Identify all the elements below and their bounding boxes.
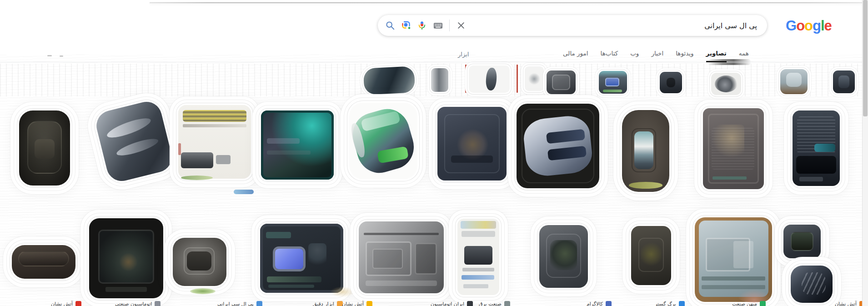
search-bar[interactable] [378,15,767,36]
site-name: میهن صنعت [732,301,757,306]
thumb-strip-scribble-detail [528,73,540,85]
image-result-light-modules-detail [462,275,494,280]
search-input[interactable] [471,21,767,30]
site-name: صنعت برق [479,301,502,306]
tab-videos[interactable]: ویدئوها [676,50,693,62]
result-caption[interactable]: میهن صنعت [732,301,766,306]
image-result-teal-hmi-detail [267,138,300,144]
image-result-light-modules-detail [463,284,488,288]
image-result-brown-bar-detail [18,251,69,266]
site-favicon [606,301,612,306]
image-result-light-modules-detail [462,231,495,237]
tools-link[interactable]: ابزار [458,51,469,58]
logo-letter: l [821,18,824,34]
image-result-brown-vertical-detail [634,131,653,169]
image-result-black-silver-card[interactable] [517,104,599,188]
image-result-brown-bar[interactable] [12,245,75,279]
image-result-dark-tower-detail [35,139,55,159]
tab-all[interactable]: همه [739,50,749,62]
image-result-light-modules[interactable] [457,219,499,295]
site-name: آتش نشان [51,301,73,306]
image-result-gray-small[interactable] [173,238,226,286]
result-caption[interactable]: برگ گستر [655,301,685,306]
google-images-results-page: آتش نشاناتوماسیون صنعتیپی ال سی ایرانیاب… [0,0,868,306]
image-result-blue-rect-hmi[interactable] [260,224,343,293]
thumb-strip-teal-screen-detail [603,90,622,92]
google-logo[interactable]: Google [786,19,832,33]
tab-finance[interactable]: امور مالی [563,50,588,62]
thumb-strip-wedge[interactable] [363,66,416,95]
logo-letter: G [786,18,796,34]
scrollbar-thumb[interactable] [863,0,868,116]
result-caption[interactable]: آتش نشان [51,301,81,306]
image-result-dark-olive[interactable] [631,226,671,285]
blue-streak [234,190,254,194]
result-caption[interactable]: پی ال سی ایرانی [217,301,262,306]
image-result-glossy-wedge[interactable] [791,266,833,303]
keyboard-icon[interactable] [432,20,444,31]
scrollbar[interactable] [862,0,868,306]
tab-images[interactable]: تصاویر [706,50,727,62]
result-caption[interactable]: آتش نشان [342,301,372,306]
thumb-strip-scribble[interactable] [525,66,544,91]
image-result-white-modules[interactable] [178,105,251,179]
tab-web[interactable]: وب [630,50,639,62]
image-result-gray-wide-panel[interactable] [359,221,444,293]
lens-icon[interactable] [400,20,412,31]
image-result-gray-wide-panel-detail [415,243,437,275]
mic-icon[interactable] [416,20,428,31]
site-name: ابزار دقیق [313,301,334,306]
result-caption[interactable]: ابزار دقیق [313,301,343,306]
thumb-strip-teal-screen[interactable] [599,71,627,94]
thumb-strip-navy-right[interactable] [833,70,855,93]
search-icon[interactable] [384,20,396,31]
image-result-taupe-panel[interactable] [703,108,764,189]
result-caption[interactable]: آتش نشان [835,301,865,306]
site-name: اتوماسیون صنعتی [115,301,152,306]
red-stroke-left [465,65,467,93]
image-result-gray-wide-panel-detail [372,249,403,269]
image-result-blue-rect-hmi-detail [267,276,322,283]
image-result-teal-hmi[interactable] [261,110,334,180]
thumb-strip-dark-square[interactable] [547,70,576,94]
result-caption[interactable]: ایران اتوماسیون [431,301,473,306]
image-result-dark-tower[interactable] [19,110,70,186]
result-caption[interactable]: اتوماسیون صنعتی [115,301,161,306]
image-result-navy-square[interactable] [437,107,507,181]
site-favicon [504,301,510,306]
image-result-gray-small-detail [187,251,211,271]
image-result-white-modules-detail [183,124,247,127]
thumb-strip-steel[interactable] [780,69,808,94]
image-result-blue-rect-hmi-detail [308,243,326,267]
image-result-brown-vertical[interactable] [622,110,669,192]
image-result-black-screen[interactable] [89,218,163,298]
logo-letter: e [824,18,832,34]
thumb-strip-navy-detail [667,78,676,87]
clear-icon[interactable] [455,20,467,31]
image-result-white-modules-detail [216,155,231,164]
tab-news[interactable]: اخبار [651,50,663,62]
thumb-strip-gray-partial[interactable] [431,68,448,92]
image-result-gray-square[interactable] [539,225,588,288]
image-result-glossy-wedge-detail [802,272,826,295]
logo-letter: o [804,18,813,34]
thumb-strip-white-swirl[interactable] [469,65,510,93]
green-streak-bottom [190,288,216,294]
image-result-navy-small[interactable] [783,225,821,258]
image-result-navy-small-detail [791,232,813,251]
result-caption[interactable]: صنعت برق [479,301,510,306]
image-result-blue-rect-hmi-detail [266,232,291,238]
result-caption[interactable]: کالاگرام [587,301,612,306]
image-result-light-modules-detail [461,221,496,229]
image-result-black-screen-detail [119,253,138,271]
tab-books[interactable]: کتاب‌ها [601,50,618,62]
image-result-green-plc[interactable] [349,103,417,179]
thumb-strip-swirl-gray[interactable] [711,73,741,95]
image-result-navy-stripes[interactable] [793,110,840,186]
image-result-gray-wide-panel-detail [366,281,437,286]
image-result-taupe-panel-detail [712,128,754,170]
thumb-strip-navy[interactable] [660,72,682,93]
image-result-tilted-slate-detail [105,115,153,141]
logo-letter: o [796,18,804,34]
site-name: آتش نشان [835,301,857,306]
